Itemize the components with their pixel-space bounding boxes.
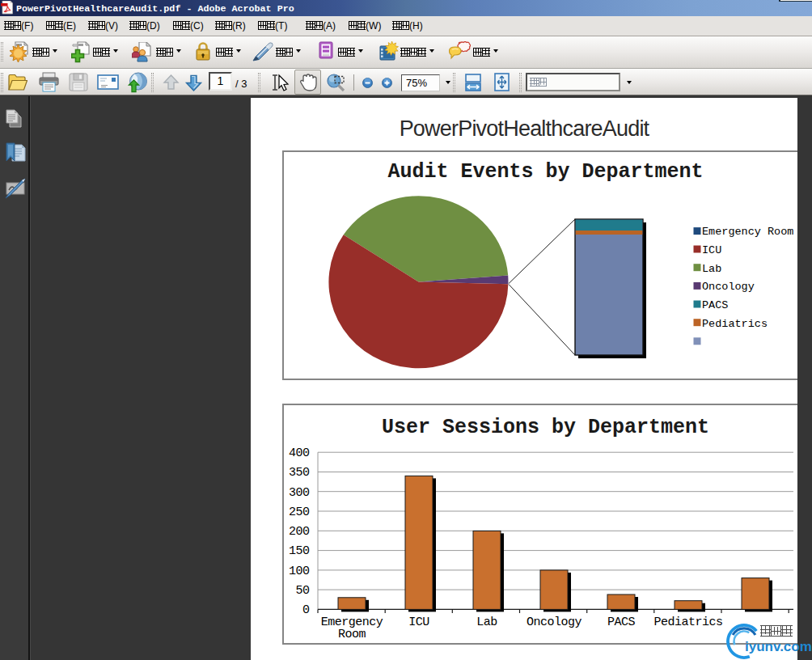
svg-text:350: 350 — [289, 466, 310, 480]
svg-text:ICU: ICU — [408, 616, 429, 629]
svg-text:150: 150 — [289, 544, 310, 558]
svg-text:Pediatrics: Pediatrics — [702, 318, 768, 330]
svg-text:300: 300 — [289, 486, 310, 500]
svg-text:0: 0 — [302, 603, 310, 617]
svg-text:PACS: PACS — [607, 616, 636, 629]
svg-text:Oncology: Oncology — [702, 281, 755, 293]
svg-text:Lab: Lab — [702, 263, 721, 275]
svg-text:Oncology: Oncology — [527, 616, 582, 629]
svg-text:100: 100 — [289, 565, 310, 578]
svg-text:400: 400 — [289, 446, 310, 460]
svg-text:Lab: Lab — [476, 616, 497, 629]
svg-text:250: 250 — [289, 506, 310, 519]
svg-text:Room: Room — [338, 628, 366, 641]
svg-text:PACS: PACS — [702, 299, 728, 311]
svg-text:Pediatrics: Pediatrics — [653, 616, 722, 629]
svg-text:Emergency Room: Emergency Room — [702, 226, 793, 238]
svg-text:200: 200 — [289, 525, 310, 539]
svg-text:50: 50 — [295, 584, 310, 598]
svg-text:ICU: ICU — [702, 244, 721, 256]
